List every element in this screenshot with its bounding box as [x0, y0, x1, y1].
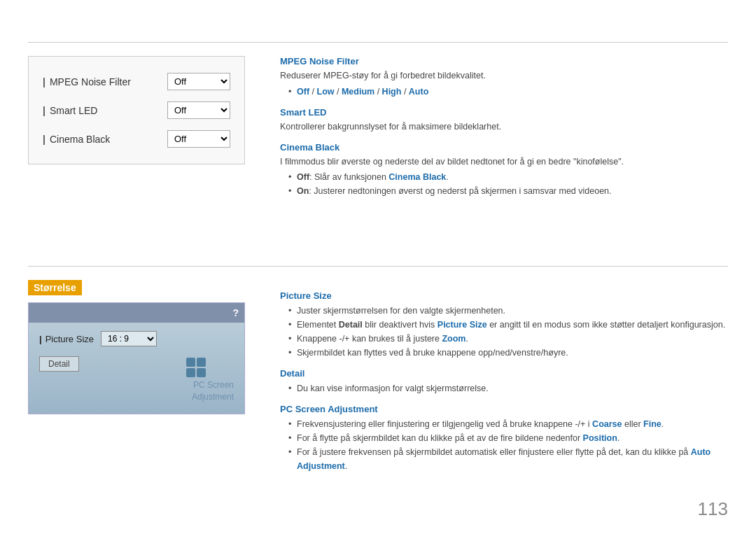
pca-bullet-1: Frekvensjustering eller finjustering er …	[288, 417, 728, 431]
cinema-black-bullets: Off: Slår av funksjonen Cinema Black. On…	[280, 170, 728, 198]
ps-bullet-2: Elementet Detail blir deaktivert hvis Pi…	[288, 318, 728, 332]
picture-size-title: Picture Size	[280, 290, 728, 301]
smart-led-text: Kontrollerer bakgrunnslyset for å maksim…	[280, 120, 728, 134]
top-divider	[28, 42, 728, 43]
ps-bullet-4: Skjermbildet kan flyttes ved å bruke kna…	[288, 346, 728, 360]
detail-bullet-1: Du kan vise informasjon for valgt skjerm…	[288, 381, 728, 395]
ps-bullet-3: Knappene -/+ kan brukes til å justere Zo…	[288, 332, 728, 346]
detail-bullets: Du kan vise informasjon for valgt skjerm…	[280, 381, 728, 395]
mpeg-noise-filter-select[interactable]: Off Low Medium High Auto	[167, 73, 230, 90]
detail-title: Detail	[280, 368, 728, 379]
mpeg-noise-filter-desc: MPEG Noise Filter Reduserer MPEG-støy fo…	[280, 56, 728, 99]
mpeg-noise-filter-row: MPEG Noise Filter Off Low Medium High Au…	[43, 67, 230, 96]
picture-size-select[interactable]: 16 : 9 4 : 3	[101, 331, 157, 346]
picture-size-row: Picture Size 16 : 9 4 : 3	[39, 331, 234, 346]
storrelse-label: Størrelse	[28, 280, 82, 295]
middle-divider	[28, 266, 728, 267]
smart-led-desc: Smart LED Kontrollerer bakgrunnslyset fo…	[280, 107, 728, 134]
pc-screen-adjustment-bullets: Frekvensjustering eller finjustering er …	[280, 417, 728, 473]
pca-bullet-3: For å justere frekvensen på skjermbildet…	[288, 445, 728, 473]
detail-button[interactable]: Detail	[39, 356, 79, 372]
pca-bullet-2: For å flytte på skjermbildet kan du klik…	[288, 431, 728, 445]
smart-led-select[interactable]: Off Low Medium High	[167, 101, 230, 119]
grid-icon	[186, 358, 206, 377]
pc-screen-label: PC Screen Adjustment	[192, 379, 234, 403]
picture-size-desc: Picture Size Juster skjermstørrelsen for…	[280, 290, 728, 360]
cinema-black-desc: Cinema Black I filmmodus blir øverste og…	[280, 142, 728, 199]
picture-preview-box: ? Picture Size 16 : 9 4 : 3 Detail PC Sc…	[28, 302, 245, 414]
mpeg-noise-filter-title: MPEG Noise Filter	[280, 56, 728, 66]
descriptions-top: MPEG Noise Filter Reduserer MPEG-støy fo…	[280, 56, 728, 206]
cinema-black-text: I filmmodus blir øverste og nederste del…	[280, 155, 728, 169]
picture-box-header: ?	[29, 303, 244, 323]
ps-bullet-1: Juster skjermstørrelsen for den valgte s…	[288, 304, 728, 318]
picture-size-bullets: Juster skjermstørrelsen for den valgte s…	[280, 304, 728, 360]
mpeg-noise-filter-bullets: Off / Low / Medium / High / Auto	[280, 85, 728, 99]
cinema-black-title: Cinema Black	[280, 142, 728, 153]
mpeg-noise-filter-label: MPEG Noise Filter	[43, 76, 167, 87]
question-mark-icon: ?	[232, 307, 239, 318]
smart-led-row: Smart LED Off Low Medium High	[43, 96, 230, 125]
mpeg-noise-filter-text: Reduserer MPEG-støy for å gi forbedret b…	[280, 69, 728, 83]
descriptions-bottom: Picture Size Juster skjermstørrelsen for…	[280, 290, 728, 482]
smart-led-label: Smart LED	[43, 105, 167, 116]
cinema-black-select[interactable]: Off On	[167, 130, 230, 148]
storrelse-section: Størrelse ? Picture Size 16 : 9 4 : 3 De…	[28, 280, 245, 414]
cinema-bullet-1: Off: Slår av funksjonen Cinema Black.	[288, 170, 728, 184]
cinema-black-row: Cinema Black Off On	[43, 125, 230, 153]
mpeg-bullet-1: Off / Low / Medium / High / Auto	[288, 85, 728, 99]
cinema-bullet-2: On: Justerer nedtoningen øverst og neder…	[288, 184, 728, 198]
cinema-black-label: Cinema Black	[43, 134, 167, 145]
smart-led-title: Smart LED	[280, 107, 728, 118]
picture-size-label: Picture Size	[39, 334, 94, 344]
pc-screen-adjustment-desc: PC Screen Adjustment Frekvensjustering e…	[280, 404, 728, 473]
settings-panel: MPEG Noise Filter Off Low Medium High Au…	[28, 56, 245, 164]
detail-desc: Detail Du kan vise informasjon for valgt…	[280, 368, 728, 395]
picture-box-content: Picture Size 16 : 9 4 : 3 Detail PC Scre…	[29, 323, 244, 414]
page-number: 113	[698, 498, 728, 520]
pc-screen-adjustment-title: PC Screen Adjustment	[280, 404, 728, 414]
